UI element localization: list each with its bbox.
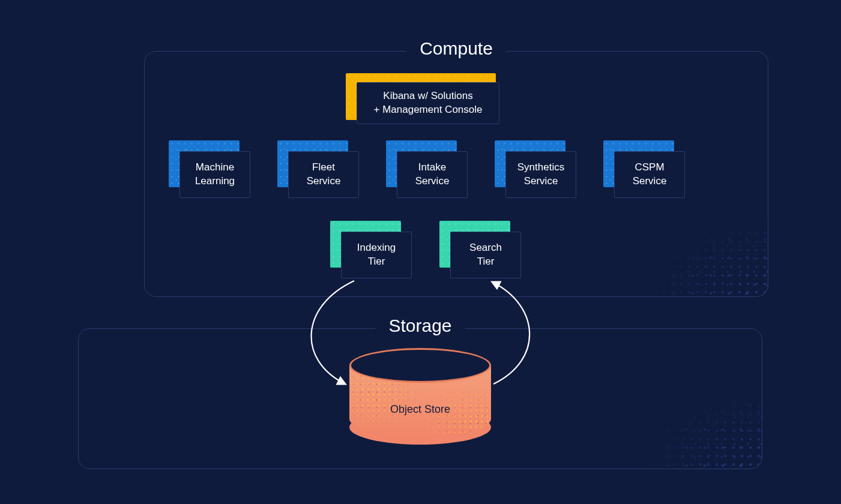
- fleet-box: FleetService: [288, 151, 359, 198]
- cspm-label: CSPMService: [633, 161, 667, 188]
- ml-label: MachineLearning: [195, 161, 235, 188]
- kibana-box: Kibana w/ Solutions + Management Console: [357, 82, 499, 124]
- decorative-speckle: [576, 212, 768, 296]
- search-box: SearchTier: [450, 232, 521, 278]
- synthetics-node: SyntheticsService: [495, 140, 579, 200]
- decorative-speckle: [570, 385, 762, 469]
- search-node: SearchTier: [439, 221, 523, 281]
- intake-box: IntakeService: [397, 151, 468, 198]
- fleet-label: FleetService: [307, 161, 341, 188]
- object-store-label: Object Store: [349, 403, 491, 416]
- intake-node: IntakeService: [386, 140, 470, 200]
- ml-node: MachineLearning: [169, 140, 253, 200]
- indexing-node: IndexingTier: [330, 221, 414, 281]
- indexing-label: IndexingTier: [357, 241, 396, 269]
- intake-label: IntakeService: [415, 161, 450, 188]
- diagram-stage: Compute Storage Kibana w/ Solutions + Ma…: [0, 0, 841, 504]
- cspm-box: CSPMService: [614, 151, 685, 198]
- storage-title: Storage: [375, 316, 465, 336]
- object-store-cylinder: Object Store: [349, 348, 491, 444]
- synthetics-label: SyntheticsService: [517, 161, 564, 188]
- cspm-node: CSPMService: [603, 140, 687, 200]
- search-label: SearchTier: [469, 241, 502, 269]
- kibana-label: Kibana w/ Solutions + Management Console: [374, 89, 483, 117]
- cylinder-top: [349, 348, 491, 383]
- synthetics-box: SyntheticsService: [505, 151, 576, 198]
- compute-title: Compute: [406, 38, 506, 59]
- ml-box: MachineLearning: [179, 151, 250, 198]
- kibana-node: Kibana w/ Solutions + Management Console: [346, 73, 507, 127]
- indexing-box: IndexingTier: [341, 232, 412, 278]
- fleet-node: FleetService: [277, 140, 361, 200]
